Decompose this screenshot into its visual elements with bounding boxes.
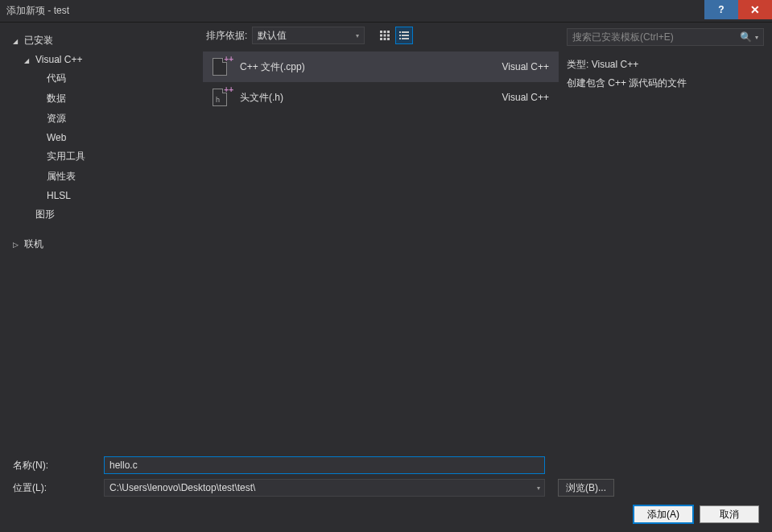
location-dropdown: ▾ — [104, 479, 545, 497]
center-header: 排序依据: 默认值 ▾ — [203, 23, 559, 48]
search-box[interactable]: 🔍 ▾ — [567, 28, 764, 46]
tree-item-online[interactable]: 联机 — [6, 234, 196, 254]
location-input[interactable] — [104, 479, 545, 497]
template-list: ++ C++ 文件(.cpp) Visual C++ h ++ 头文件(.h) … — [203, 48, 559, 116]
chevron-down-icon: ▾ — [356, 32, 359, 39]
tree-item-label: HLSL — [47, 190, 71, 201]
svg-rect-12 — [402, 35, 409, 36]
template-type: Visual C++ — [502, 92, 549, 103]
tree-item-installed[interactable]: 已安装 — [6, 31, 196, 51]
titlebar: 添加新项 - test ? ✕ — [0, 0, 772, 23]
location-label: 位置(L): — [13, 481, 97, 495]
tree-item-label: 已安装 — [24, 34, 53, 47]
type-value: Visual C++ — [592, 59, 638, 70]
svg-rect-4 — [384, 35, 386, 37]
cancel-button[interactable]: 取消 — [700, 505, 759, 523]
svg-rect-7 — [384, 38, 386, 40]
svg-rect-13 — [399, 38, 401, 39]
window-title: 添加新项 - test — [6, 4, 69, 18]
center-column: 排序依据: 默认值 ▾ ++ C++ 文件(.cpp) — [203, 23, 559, 447]
type-label: 类型: — [567, 59, 588, 70]
svg-rect-9 — [399, 31, 401, 33]
svg-rect-1 — [384, 31, 386, 33]
sidebar: 已安装 Visual C++ 代码 数据 资源 Web 实用工具 属性表 HLS… — [0, 23, 203, 447]
view-buttons — [376, 27, 413, 44]
description-area: 类型: Visual C++ 创建包含 C++ 源代码的文件 — [567, 48, 764, 105]
svg-rect-10 — [402, 31, 409, 33]
svg-rect-14 — [402, 38, 409, 39]
sort-value: 默认值 — [258, 29, 287, 43]
list-view-button[interactable] — [395, 27, 413, 44]
template-item-cpp[interactable]: ++ C++ 文件(.cpp) Visual C++ — [203, 52, 559, 82]
name-row: 名称(N): — [13, 454, 759, 476]
type-line: 类型: Visual C++ — [567, 58, 764, 72]
button-row: 添加(A) 取消 — [0, 499, 772, 532]
name-input[interactable] — [104, 456, 545, 474]
dropdown-icon: ▾ — [755, 34, 758, 41]
browse-button[interactable]: 浏览(B)... — [558, 479, 614, 497]
search-icon: 🔍 — [740, 31, 752, 43]
tree-item-label: 资源 — [47, 112, 66, 126]
grid-icon — [380, 31, 390, 40]
svg-rect-0 — [380, 31, 382, 33]
tree-item-utility[interactable]: 实用工具 — [6, 146, 196, 167]
right-column: 🔍 ▾ 类型: Visual C++ 创建包含 C++ 源代码的文件 — [559, 23, 772, 447]
tree-item-label: Web — [47, 132, 66, 143]
cpp-file-icon: ++ — [213, 58, 230, 76]
main-body: 已安装 Visual C++ 代码 数据 资源 Web 实用工具 属性表 HLS… — [0, 23, 772, 447]
tree-item-visualcpp[interactable]: Visual C++ — [6, 51, 196, 68]
tree-item-label: 图形 — [35, 208, 55, 221]
search-row: 🔍 ▾ — [567, 26, 764, 48]
bottom-panel: 名称(N): 位置(L): ▾ 浏览(B)... — [0, 447, 772, 499]
template-type: Visual C++ — [502, 61, 549, 72]
tree-item-web[interactable]: Web — [6, 129, 196, 146]
tree-item-code[interactable]: 代码 — [6, 68, 196, 89]
tree-item-label: 实用工具 — [47, 150, 85, 163]
svg-rect-5 — [387, 35, 390, 37]
svg-rect-3 — [380, 35, 382, 37]
tree-item-data[interactable]: 数据 — [6, 89, 196, 109]
search-input[interactable] — [572, 31, 737, 43]
tree-item-hlsl[interactable]: HLSL — [6, 187, 196, 204]
add-button[interactable]: 添加(A) — [634, 505, 693, 523]
template-item-header[interactable]: h ++ 头文件(.h) Visual C++ — [203, 82, 559, 113]
svg-rect-2 — [387, 31, 390, 33]
tree-item-label: 属性表 — [47, 170, 76, 184]
template-name: 头文件(.h) — [240, 91, 493, 105]
caret-down-icon — [13, 36, 21, 45]
header-file-icon: h ++ — [213, 89, 230, 106]
name-label: 名称(N): — [13, 459, 97, 472]
tree-item-label: Visual C++ — [35, 54, 82, 65]
description-text: 创建包含 C++ 源代码的文件 — [567, 76, 764, 90]
location-row: 位置(L): ▾ 浏览(B)... — [13, 476, 759, 499]
tree-item-label: 数据 — [47, 92, 66, 105]
grid-view-button[interactable] — [376, 27, 394, 44]
caret-right-icon — [13, 240, 21, 249]
tree-item-label: 联机 — [24, 237, 43, 251]
svg-rect-6 — [380, 38, 382, 40]
tree-item-resource[interactable]: 资源 — [6, 109, 196, 129]
titlebar-controls: ? ✕ — [704, 0, 772, 22]
sort-label: 排序依据: — [206, 29, 247, 43]
tree-item-graphics[interactable]: 图形 — [6, 204, 196, 225]
tree-item-label: 代码 — [47, 72, 66, 85]
svg-rect-8 — [387, 38, 390, 40]
caret-down-icon — [24, 56, 32, 64]
svg-rect-11 — [399, 35, 401, 36]
template-name: C++ 文件(.cpp) — [240, 60, 493, 74]
list-icon — [399, 31, 409, 40]
help-button[interactable]: ? — [704, 0, 738, 19]
tree-item-propsheet[interactable]: 属性表 — [6, 167, 196, 187]
close-button[interactable]: ✕ — [738, 0, 772, 19]
sort-dropdown[interactable]: 默认值 ▾ — [252, 27, 365, 44]
